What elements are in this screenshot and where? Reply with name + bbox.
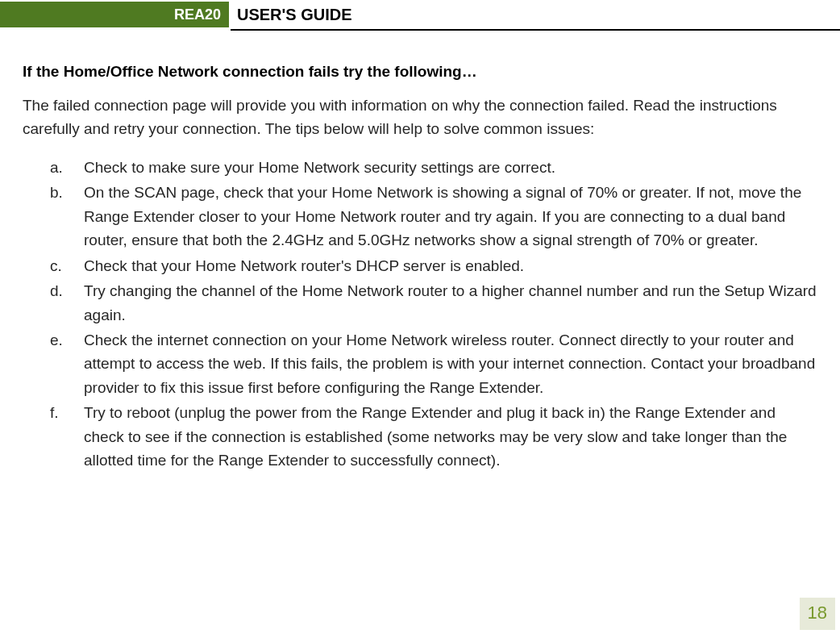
list-item: e. Check the internet connection on your… [50,328,817,399]
intro-paragraph: The failed connection page will provide … [23,94,813,141]
list-text: Check the internet connection on your Ho… [84,332,815,396]
list-item: c. Check that your Home Network router's… [50,254,817,277]
list-marker: d. [50,279,63,302]
list-marker: b. [50,181,63,204]
list-marker: e. [50,328,63,352]
list-item: d. Try changing the channel of the Home … [50,279,817,327]
header: REA20 USER'S GUIDE [23,2,817,27]
list-text: Check that your Home Network router's DH… [84,257,524,274]
page: REA20 USER'S GUIDE If the Home/Office Ne… [0,2,840,638]
list-item: f. Try to reboot (unplug the power from … [50,401,817,472]
list-text: On the SCAN page, check that your Home N… [84,184,801,248]
list-marker: a. [50,156,63,179]
list-item: b. On the SCAN page, check that your Hom… [50,181,817,252]
troubleshoot-list: a. Check to make sure your Home Network … [23,156,817,473]
list-text: Try to reboot (unplug the power from the… [84,404,787,469]
doc-title: USER'S GUIDE [229,2,352,27]
list-marker: f. [50,401,59,424]
list-item: a. Check to make sure your Home Network … [50,156,817,179]
page-number: 18 [800,598,835,630]
product-badge: REA20 [0,2,229,27]
list-text: Try changing the channel of the Home Net… [84,282,817,323]
list-marker: c. [50,254,62,277]
list-text: Check to make sure your Home Network sec… [84,159,555,176]
header-rule [231,29,840,31]
section-heading: If the Home/Office Network connection fa… [23,63,817,81]
content: If the Home/Office Network connection fa… [23,63,817,473]
